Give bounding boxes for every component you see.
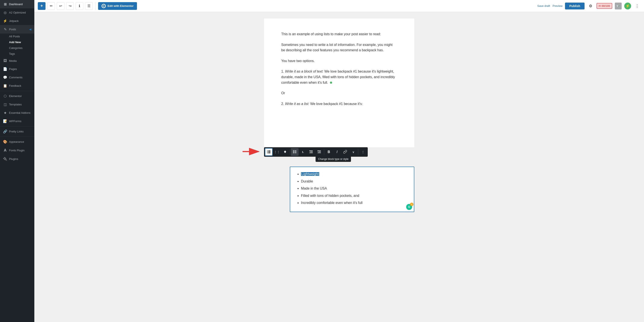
- svg-marker-23: [309, 151, 310, 152]
- svg-rect-15: [294, 150, 296, 151]
- list-content-block[interactable]: Lightweight Durable Made in the USA Fill…: [290, 166, 414, 212]
- svg-point-14: [293, 150, 294, 151]
- sidebar: ⊞ Dashboard ◎ A2 Optimized ⚡ Jetpack ✎ P…: [0, 0, 34, 322]
- bold-button[interactable]: B: [325, 148, 333, 156]
- svg-rect-24: [318, 150, 321, 151]
- svg-rect-7: [268, 150, 270, 151]
- sidebar-item-label: Pretty Links: [9, 130, 24, 133]
- appearance-icon: 🎨: [3, 140, 7, 144]
- sidebar-sub-add-new[interactable]: Add New: [0, 39, 34, 45]
- sidebar-item-wpforms[interactable]: 📝 WPForms: [0, 117, 34, 125]
- unordered-list-button[interactable]: [291, 148, 298, 156]
- sidebar-sub-tags[interactable]: Tags: [0, 51, 34, 57]
- sidebar-item-a2-optimized[interactable]: ◎ A2 Optimized: [0, 8, 34, 17]
- list-view-icon: ☰: [87, 4, 90, 8]
- paragraph-2: Sometimes you need to write a lot of inf…: [281, 42, 397, 53]
- grammarly-icon[interactable]: G 1: [406, 204, 412, 210]
- sidebar-item-dashboard[interactable]: ⊞ Dashboard: [0, 0, 34, 8]
- pages-icon: 📄: [3, 67, 7, 71]
- sidebar-item-label: Fonts Plugin: [9, 149, 24, 152]
- score-badge[interactable]: H 00/100: [596, 3, 612, 9]
- publish-button[interactable]: Publish: [565, 2, 584, 10]
- change-block-type-button[interactable]: [265, 148, 273, 156]
- sidebar-item-label: Elementor: [9, 94, 22, 98]
- more-options-button[interactable]: ⋮: [634, 2, 640, 10]
- sidebar-item-pretty-links[interactable]: 🔗 Pretty Links: [0, 127, 34, 136]
- performance-icon[interactable]: ⚡: [624, 2, 631, 10]
- undo-button[interactable]: ↩: [57, 2, 64, 10]
- sidebar-item-essential-addons[interactable]: ★ Essential Addons: [0, 108, 34, 117]
- grammarly-badge: 1: [410, 203, 414, 206]
- outdent-icon: [309, 150, 313, 154]
- drag-icon: ⋮⋮: [274, 150, 280, 154]
- svg-point-18: [293, 152, 294, 153]
- bt-separator-1: [290, 149, 290, 155]
- sidebar-item-templates[interactable]: ◫ Templates: [0, 100, 34, 108]
- sidebar-item-label: Posts: [9, 28, 16, 31]
- main-area: + ✏ ↩ ↪ ℹ ☰ Edit with Elementor: [34, 0, 644, 322]
- indent-button[interactable]: [315, 148, 323, 156]
- redo-button[interactable]: ↪: [66, 2, 74, 10]
- sidebar-item-posts[interactable]: ✎ Posts ◀: [0, 25, 34, 34]
- svg-rect-17: [294, 152, 296, 152]
- sidebar-sub-categories[interactable]: Categories: [0, 45, 34, 51]
- green-dot: [330, 82, 332, 84]
- svg-rect-20: [309, 150, 313, 151]
- edit-with-elementor-button[interactable]: Edit with Elementor: [98, 2, 137, 10]
- sidebar-item-label: Essential Addons: [9, 111, 30, 114]
- sidebar-item-comments[interactable]: 💬 Comments: [0, 73, 34, 82]
- svg-rect-3: [104, 6, 104, 7]
- add-block-button[interactable]: +: [38, 2, 46, 10]
- undo-icon: ↩: [59, 4, 62, 8]
- sidebar-divider-2: [0, 126, 34, 126]
- drag-handle-button[interactable]: ⋮⋮: [273, 148, 281, 156]
- sidebar-item-label: Feedback: [9, 84, 21, 87]
- settings-button[interactable]: ⚙: [587, 2, 594, 10]
- preview-button[interactable]: Preview: [552, 4, 562, 8]
- sidebar-item-pages[interactable]: 📄 Pages: [0, 65, 34, 73]
- sidebar-item-appearance[interactable]: 🎨 Appearance: [0, 138, 34, 146]
- sidebar-divider: [0, 91, 34, 91]
- sidebar-item-media[interactable]: 🖼 Media: [0, 57, 34, 65]
- sidebar-item-plugins[interactable]: 🔌 Plugins: [0, 155, 34, 163]
- sidebar-item-label: Pages: [9, 68, 17, 71]
- sidebar-item-feedback[interactable]: 📋 Feedback: [0, 82, 34, 90]
- sidebar-item-jetpack[interactable]: ⚡ Jetpack: [0, 17, 34, 25]
- block-options-button[interactable]: ⋮: [359, 148, 367, 156]
- elementor-icon: ⬡: [3, 94, 7, 98]
- link-button[interactable]: [341, 148, 349, 156]
- editor-content[interactable]: This is an example of using lists to mak…: [264, 18, 414, 147]
- block-toolbar: ⋮⋮: [264, 147, 368, 157]
- posts-icon: ✎: [3, 27, 7, 31]
- toolbar-right: Save draft Preview Publish ⚙ H 00/100 Y …: [537, 2, 640, 10]
- bt-separator-3: [358, 149, 358, 155]
- bold-icon: B: [328, 150, 330, 154]
- pretty-links-icon: 🔗: [3, 130, 7, 134]
- more-chevron-button[interactable]: ∨: [350, 148, 357, 156]
- sidebar-item-fonts-plugin[interactable]: A Fonts Plugin: [0, 146, 34, 155]
- list-item-1: Lightweight: [301, 171, 408, 177]
- list-item-3: Made in the USA: [301, 186, 408, 191]
- toolbar-row: ⋮⋮: [264, 147, 368, 157]
- italic-button[interactable]: I: [333, 148, 341, 156]
- list-item-5: Incredibly comfortable even when it's fu…: [301, 200, 408, 206]
- sidebar-sub-all-posts[interactable]: All Posts: [0, 34, 34, 39]
- bolt-icon: ⚡: [626, 4, 630, 8]
- save-draft-button[interactable]: Save draft: [537, 4, 550, 8]
- plugins-icon: 🔌: [3, 157, 7, 161]
- svg-rect-26: [318, 153, 321, 153]
- info-button[interactable]: ℹ: [76, 2, 83, 10]
- yoast-icon[interactable]: Y ✓: [615, 2, 622, 10]
- list-view-button[interactable]: ☰: [85, 2, 93, 10]
- outdent-button[interactable]: [307, 148, 315, 156]
- ordered-list-button[interactable]: 1.: [299, 148, 307, 156]
- jetpack-icon: ⚡: [3, 19, 7, 23]
- svg-marker-27: [318, 151, 318, 152]
- move-button[interactable]: [281, 148, 289, 156]
- sidebar-item-elementor[interactable]: ⬡ Elementor: [0, 92, 34, 100]
- sidebar-item-label: WPForms: [9, 120, 22, 123]
- block-toolbar-wrapper: ⋮⋮: [264, 147, 414, 214]
- svg-rect-9: [268, 152, 270, 152]
- sidebar-item-label: Appearance: [9, 140, 24, 144]
- pen-tool-button[interactable]: ✏: [47, 2, 55, 10]
